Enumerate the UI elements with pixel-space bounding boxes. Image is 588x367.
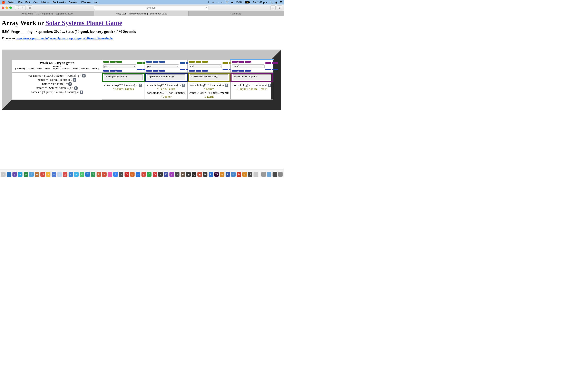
dock-app-icon[interactable]: W	[85, 172, 90, 177]
menu-history[interactable]: History	[41, 1, 49, 4]
zoom-window-icon[interactable]	[9, 7, 12, 9]
pop-textarea[interactable]: popElement=names.pop();	[147, 75, 185, 80]
dock-app-icon[interactable]: ◧	[198, 172, 202, 177]
dock-app-icon[interactable]: Xd	[214, 172, 219, 177]
dock-app-icon[interactable]: X	[91, 172, 95, 177]
unshift-textarea[interactable]: names.unshift('Jupiter');	[233, 75, 271, 80]
menu-bookmarks[interactable]: Bookmarks	[52, 1, 66, 4]
dock-app-icon[interactable]: ♪	[108, 172, 112, 177]
dock-app-icon[interactable]: ✉	[74, 172, 78, 177]
dock-app-icon[interactable]: R	[209, 172, 213, 177]
tab-item[interactable]: Favourites	[189, 11, 283, 16]
dock-app-icon[interactable]	[278, 172, 283, 177]
dock-app-icon[interactable]: ⌂	[57, 172, 62, 177]
dock-app-icon[interactable]: ≣	[52, 172, 56, 177]
address-bar[interactable]: localhost ⟳	[94, 5, 208, 10]
display-icon[interactable]: ▭	[217, 1, 219, 4]
dock-app-icon[interactable]: a	[136, 172, 140, 177]
dock-app-icon[interactable]: >_	[192, 172, 196, 177]
dock-app-icon[interactable]: ◎	[220, 172, 224, 177]
status-icon[interactable]: ✦	[212, 1, 214, 4]
shift-textarea[interactable]: shiftElement=names.shift();	[190, 75, 228, 80]
dock-app-icon[interactable]: PS	[164, 172, 168, 177]
dock-app-icon[interactable]: M	[158, 172, 163, 177]
volume-icon[interactable]: ◀	[231, 1, 233, 4]
wifi-icon[interactable]	[225, 1, 229, 3]
dock-app-icon[interactable]: ✎	[46, 172, 51, 177]
minimize-window-icon[interactable]	[6, 7, 8, 9]
notification-center-icon[interactable]: ☰	[280, 1, 282, 4]
dock-app-icon[interactable]: O	[153, 172, 157, 177]
menu-file[interactable]: File	[18, 1, 22, 4]
dock-app-icon[interactable]: F	[248, 172, 252, 177]
menu-help[interactable]: Help	[94, 1, 99, 4]
tab-item[interactable]: Array Work - RJM Programming - September…	[94, 11, 189, 16]
dock-app-icon[interactable]	[7, 172, 11, 177]
reload-icon[interactable]: ⟳	[205, 6, 207, 9]
thanks-link[interactable]: https://www.positronx.io/javascript-arra…	[16, 37, 113, 40]
dock-app-icon[interactable]: ◐	[130, 172, 135, 177]
dock-app-icon[interactable]: 26	[40, 172, 45, 177]
menubar-clock[interactable]: Sat 2:42 pm	[252, 1, 267, 4]
battery-percent[interactable]: 100%	[236, 1, 242, 4]
battery-icon[interactable]: ⚡	[245, 1, 250, 3]
push-select[interactable]: push▾	[103, 64, 136, 68]
dock-app-icon[interactable]: ⊘	[102, 172, 106, 177]
sidebar-button[interactable]: ▥	[27, 6, 32, 10]
menu-develop[interactable]: Develop	[69, 1, 78, 4]
dock-app-icon[interactable]: ⧉	[29, 172, 34, 177]
dock-app-icon[interactable]	[267, 172, 271, 177]
shift-extra: console.log('// ' + shiftElement);	[189, 91, 229, 95]
close-window-icon[interactable]	[2, 7, 4, 9]
dock-app-icon[interactable]: 📖	[35, 172, 39, 177]
tabs-overview-button[interactable]: ⧉	[277, 6, 282, 10]
dock-app-icon[interactable]: P	[96, 172, 101, 177]
dock-app-icon[interactable]: ◎	[169, 172, 174, 177]
dock-app-icon[interactable]: F	[226, 172, 230, 177]
dock-app-icon[interactable]: ⌘	[80, 172, 84, 177]
dock-app-icon[interactable]: ◎	[24, 172, 28, 177]
dock-app-icon[interactable]	[254, 172, 258, 177]
dock-app-icon[interactable]: △	[63, 172, 67, 177]
pop-select[interactable]: pop▾	[146, 64, 179, 68]
dock-app-icon[interactable]: ◎	[12, 172, 17, 177]
dock-app-icon[interactable]: O	[125, 172, 129, 177]
back-button[interactable]: 〈	[15, 6, 20, 10]
dock-app-icon[interactable]	[261, 172, 266, 177]
spotlight-icon[interactable]: 🔍	[269, 1, 273, 4]
dock-app-icon[interactable]: ▣	[186, 172, 190, 177]
dock-app-icon[interactable]: ✈	[18, 172, 22, 177]
menubar-left: 🍎 Safari File Edit View History Bookmark…	[2, 1, 99, 4]
apple-menu-icon[interactable]: 🍎	[2, 1, 5, 4]
share-button[interactable]: ⇪	[270, 6, 276, 10]
status-icon[interactable]: ⇪	[207, 1, 209, 4]
dock-app-icon[interactable]: A	[113, 172, 118, 177]
dock-app-icon[interactable]: C	[147, 172, 151, 177]
dock-app-icon[interactable]: ◐	[181, 172, 185, 177]
dock-app-icon[interactable]: ⚙︎	[1, 172, 6, 177]
title-link[interactable]: Solar Systems Planet Game	[45, 19, 122, 26]
unshift-select[interactable]: unshift▾	[232, 64, 265, 68]
menu-window[interactable]: Window	[81, 1, 91, 4]
dock-app-icon[interactable]: ⌁	[175, 172, 180, 177]
dock-app-icon[interactable]: ☁	[69, 172, 73, 177]
siri-icon[interactable]: ◉	[275, 1, 277, 4]
dock-app-icon[interactable]: Fz	[237, 172, 241, 177]
tab-label: Array Work - RJM Programming - September…	[116, 12, 167, 15]
menu-view[interactable]: View	[33, 1, 39, 4]
dock-app-icon[interactable]: ⧉	[231, 172, 235, 177]
dock-separator	[260, 171, 260, 177]
push-textarea[interactable]: names.push('Uranus');	[104, 75, 143, 80]
bluetooth-icon[interactable]: ᚜	[222, 1, 223, 4]
dock-app-icon[interactable]: ◎	[242, 172, 247, 177]
dock-app-icon[interactable]: ◎	[141, 172, 146, 177]
new-tab-button[interactable]: ＋	[283, 11, 284, 16]
dock-app-icon[interactable]	[273, 172, 277, 177]
tab-item[interactable]: Array Work - RJM Programming - September…	[0, 11, 94, 16]
menu-edit[interactable]: Edit	[25, 1, 30, 4]
dock-app-icon[interactable]: 88	[203, 172, 208, 177]
dock-app-icon[interactable]: ⊚	[119, 172, 123, 177]
shift-select[interactable]: shift▾	[189, 64, 222, 68]
menubar-app-name[interactable]: Safari	[8, 1, 15, 4]
forward-button[interactable]: 〉	[20, 6, 26, 10]
